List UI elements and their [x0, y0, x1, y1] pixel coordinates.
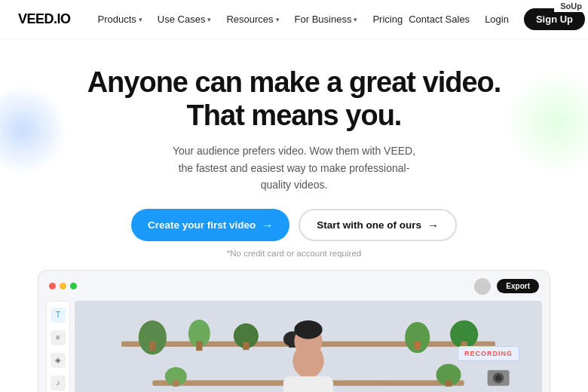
recording-badge: RECORDING — [458, 346, 519, 361]
svg-point-24 — [294, 320, 322, 338]
create-video-button[interactable]: Create your first video → — [131, 209, 289, 241]
arrow-icon: → — [262, 219, 273, 231]
svg-rect-12 — [415, 341, 421, 348]
nav-usecases[interactable]: Use Cases ▾ — [152, 9, 218, 29]
video-thumbnail: VEED.IO RECORDING Good day everyone! My … — [75, 301, 542, 392]
chevron-down-icon: ▾ — [139, 16, 142, 23]
hero-subtext: Your audience prefers video. Wow them wi… — [166, 142, 422, 193]
editor-content: T ≡ ◈ ♪ ⚙ — [46, 301, 542, 392]
hero-heading: Anyone can make a great video. That mean… — [15, 66, 573, 132]
soup-badge: SoUp — [554, 0, 588, 12]
start-with-ours-button[interactable]: Start with one of ours → — [299, 209, 457, 241]
contact-sales-link[interactable]: Contact Sales — [409, 14, 470, 25]
editor-sidebar: T ≡ ◈ ♪ ⚙ — [46, 301, 70, 392]
login-link[interactable]: Login — [477, 9, 516, 29]
editor-preview: Export T ≡ ◈ ♪ ⚙ — [38, 270, 550, 392]
nav-resources[interactable]: Resources ▾ — [220, 9, 285, 29]
svg-point-21 — [495, 375, 501, 381]
editor-topbar-right: Export — [474, 278, 539, 295]
svg-rect-4 — [149, 341, 155, 350]
nav-links: Products ▾ Use Cases ▾ Resources ▾ For B… — [92, 9, 409, 29]
sidebar-icon-elements[interactable]: ◈ — [51, 353, 66, 368]
maximize-dot — [70, 283, 77, 289]
sidebar-icon-audio[interactable]: ♪ — [51, 375, 66, 390]
hero-buttons: Create your first video → Start with one… — [15, 209, 573, 241]
no-credit-card-note: *No credit card or account required — [15, 249, 573, 258]
svg-rect-6 — [196, 341, 202, 350]
svg-rect-8 — [243, 341, 249, 349]
chevron-down-icon: ▾ — [207, 16, 211, 23]
svg-rect-16 — [173, 380, 179, 386]
editor-topbar: Export — [46, 278, 542, 295]
editor-canvas: VEED.IO RECORDING Good day everyone! My … — [75, 301, 542, 392]
avatar — [474, 278, 491, 295]
hero-section: Anyone can make a great video. That mean… — [0, 39, 588, 392]
svg-rect-18 — [446, 380, 452, 386]
logo[interactable]: VEED.IO — [18, 11, 71, 27]
sidebar-icon-subtitles[interactable]: ≡ — [51, 330, 66, 345]
navbar: VEED.IO Products ▾ Use Cases ▾ Resources… — [0, 0, 588, 39]
chevron-down-icon: ▾ — [276, 16, 280, 23]
svg-rect-25 — [283, 376, 333, 392]
editor-frame: Export T ≡ ◈ ♪ ⚙ — [38, 270, 550, 392]
minimize-dot — [60, 283, 66, 289]
export-button[interactable]: Export — [497, 279, 539, 293]
chevron-down-icon: ▾ — [354, 16, 357, 23]
nav-products[interactable]: Products ▾ — [92, 9, 149, 29]
close-dot — [49, 283, 56, 289]
arrow-icon: → — [427, 219, 439, 231]
window-dots — [49, 283, 77, 289]
nav-forbusiness[interactable]: For Business ▾ — [289, 9, 364, 29]
nav-pricing[interactable]: Pricing — [366, 9, 409, 29]
sidebar-icon-text[interactable]: T — [51, 308, 66, 323]
